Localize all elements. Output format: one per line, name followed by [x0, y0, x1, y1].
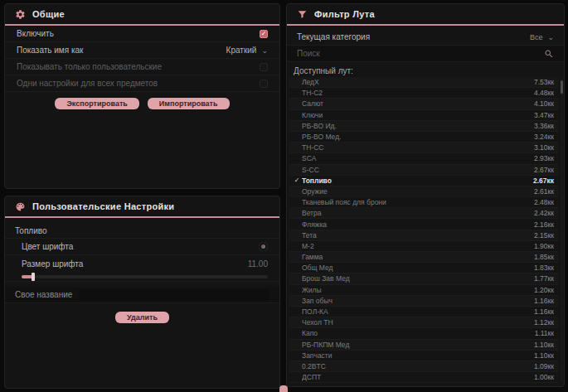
export-button[interactable]: Экспортировать	[55, 98, 138, 109]
loot-item-name: Жилы	[302, 286, 534, 294]
font-color-label: Цвет шрифта	[22, 242, 73, 251]
search-row	[287, 46, 564, 62]
loot-item-name: Топливо	[302, 177, 533, 185]
loot-item-value: 1.10кк	[534, 351, 554, 360]
general-panel-header: Общие	[5, 4, 279, 26]
loot-item-row[interactable]: Запчасти1.10кк	[289, 351, 559, 361]
loot-item-row[interactable]: Тета2.15кк	[289, 230, 559, 241]
custom-only-label: Показывать только пользовательские	[17, 62, 162, 71]
category-value: Все	[530, 33, 543, 41]
loot-item-value: 3.10кк	[534, 143, 554, 152]
setting-row-name-mode: Показать имя как Краткий ⌄	[5, 42, 279, 59]
same-settings-label: Одни настройки для всех предметов	[17, 79, 158, 88]
loot-list-scrollbar[interactable]	[561, 79, 563, 381]
loot-item-value: 1.85кк	[534, 253, 554, 261]
loot-item-row[interactable]: ДСПТ1.00кк	[289, 372, 559, 383]
search-icon[interactable]	[544, 49, 554, 59]
loot-item-row[interactable]: Гамма1.85кк	[289, 252, 559, 263]
import-button[interactable]: Импортировать	[148, 98, 230, 109]
palette-icon	[15, 201, 26, 212]
loot-item-row[interactable]: РБ-ВО Мед.3.24кк	[289, 132, 559, 143]
loot-item-name: Брош Зав Мед	[302, 274, 534, 283]
general-buttons-row: Экспортировать Импортировать	[5, 98, 279, 109]
loot-item-value: 2.67кк	[534, 166, 554, 174]
loot-list-scrollbar-thumb[interactable]	[561, 80, 563, 94]
name-mode-select[interactable]: Краткий ⌄	[226, 46, 268, 55]
font-color-row: Цвет шрифта	[5, 239, 279, 255]
loot-item-row[interactable]: Капо1.11кк	[289, 328, 559, 339]
loot-item-name: РБ-ПКПМ Мед	[302, 341, 534, 349]
custom-settings-panel: Пользовательские Настройки Топливо Цвет …	[4, 196, 280, 389]
loot-item-row[interactable]: ✓Топливо2.67кк	[289, 176, 559, 186]
loot-item-value: 1.16кк	[534, 307, 554, 316]
same-settings-checkbox[interactable]	[260, 80, 268, 88]
custom-only-checkbox[interactable]	[260, 63, 268, 71]
color-picker-icon[interactable]	[259, 242, 268, 251]
loot-item-row[interactable]: Оружие2.61кк	[289, 186, 559, 197]
loot-item-row[interactable]: Чехол ТН1.12кк	[289, 317, 559, 328]
custom-panel-header: Пользовательские Настройки	[5, 196, 279, 218]
category-label: Текущая категория	[297, 32, 370, 41]
loot-item-row[interactable]: Брош Зав Мед1.77кк	[289, 273, 559, 284]
loot-item-name: ДСПТ	[302, 373, 534, 381]
loot-filter-panel: Фильтр Лута Текущая категория Все ⌄ Дост…	[286, 3, 565, 387]
loot-item-row[interactable]: ТН-СС3.10кк	[289, 143, 559, 153]
setting-row-custom-only: Показывать только пользовательские	[5, 59, 279, 75]
loot-item-name: М-2	[302, 242, 534, 250]
loot-item-value: 1.12кк	[534, 318, 554, 327]
loot-item-row[interactable]: Фляжка2.16кк	[289, 219, 559, 230]
loot-item-row[interactable]: М-21.90кк	[289, 241, 559, 252]
slider-handle[interactable]	[32, 273, 35, 281]
loot-item-row[interactable]: ТН-С24.48кк	[289, 88, 559, 99]
loot-item-row[interactable]: Тканевый пояс для брони2.48кк	[289, 197, 559, 208]
category-row: Текущая категория Все ⌄	[287, 29, 564, 46]
loot-item-name: Тета	[302, 231, 534, 240]
loot-item-name: РБ-ВО Мед.	[302, 133, 534, 141]
loot-item-row[interactable]: Зап обыч1.16кк	[289, 296, 559, 307]
loot-item-value: 1.00кк	[534, 373, 554, 381]
loot-item-name: ТН-С2	[302, 89, 534, 97]
selected-item-row: Топливо	[5, 223, 279, 239]
loot-item-row[interactable]: Жилы1.20кк	[289, 285, 559, 296]
loot-item-value: 1.11кк	[535, 329, 554, 337]
name-mode-value: Краткий	[226, 46, 257, 55]
category-select[interactable]: Все ⌄	[530, 33, 554, 41]
loot-item-row[interactable]: ЛедХ7.53кк	[289, 77, 559, 88]
loot-item-value: 2.48кк	[534, 198, 554, 206]
enable-checkbox[interactable]: ✓	[260, 30, 268, 38]
loot-item-row[interactable]: Салют4.10кк	[289, 99, 559, 109]
loot-item-row[interactable]: ПОЛ-КА1.16кк	[289, 307, 559, 317]
font-size-slider[interactable]	[22, 275, 268, 278]
loot-item-value: 4.48кк	[534, 89, 554, 97]
loot-item-name: Оружие	[302, 187, 534, 196]
enable-label: Включить	[17, 29, 54, 38]
loot-item-row[interactable]: 0.2BTC1.09кк	[289, 361, 559, 372]
loot-item-value: 1.83кк	[534, 264, 554, 272]
loot-item-value: 3.36кк	[534, 122, 554, 130]
chevron-down-icon: ⌄	[547, 33, 554, 41]
loot-item-row[interactable]: S-СС2.67кк	[289, 165, 559, 176]
page-scrollbar-thumb[interactable]	[279, 385, 288, 392]
general-panel-title: Общие	[32, 9, 65, 19]
font-size-label: Размер шрифта	[22, 259, 83, 269]
search-input[interactable]	[297, 49, 544, 58]
loot-item-value: 2.16кк	[534, 220, 554, 229]
custom-name-input[interactable]	[79, 289, 269, 301]
loot-item-name: Общ Мед	[302, 264, 534, 272]
loot-item-row[interactable]: РБ-ПКПМ Мед1.10кк	[289, 340, 559, 351]
loot-item-name: Салют	[302, 99, 534, 108]
loot-item-row[interactable]: SCA2.93кк	[289, 153, 559, 164]
loot-item-value: 1.16кк	[534, 297, 554, 305]
loot-item-name: 0.2BTC	[302, 362, 534, 370]
custom-name-row: Свое название	[5, 287, 279, 303]
filter-funnel-icon	[297, 9, 308, 20]
loot-item-row[interactable]: Ключи3.47кк	[289, 110, 559, 121]
delete-button[interactable]: Удалить	[115, 312, 169, 323]
loot-item-row[interactable]: РБ-ВО Ид.3.36кк	[289, 121, 559, 132]
loot-item-name: Тканевый пояс для брони	[302, 198, 534, 206]
loot-item-row[interactable]: Общ Мед1.83кк	[289, 263, 559, 273]
loot-item-name: ЛедХ	[302, 78, 534, 86]
loot-item-row[interactable]: Ветра2.42кк	[289, 208, 559, 219]
loot-item-name: РБ-ВО Ид.	[302, 122, 534, 130]
general-panel: Общие Включить ✓ Показать имя как Кратки…	[4, 3, 280, 189]
